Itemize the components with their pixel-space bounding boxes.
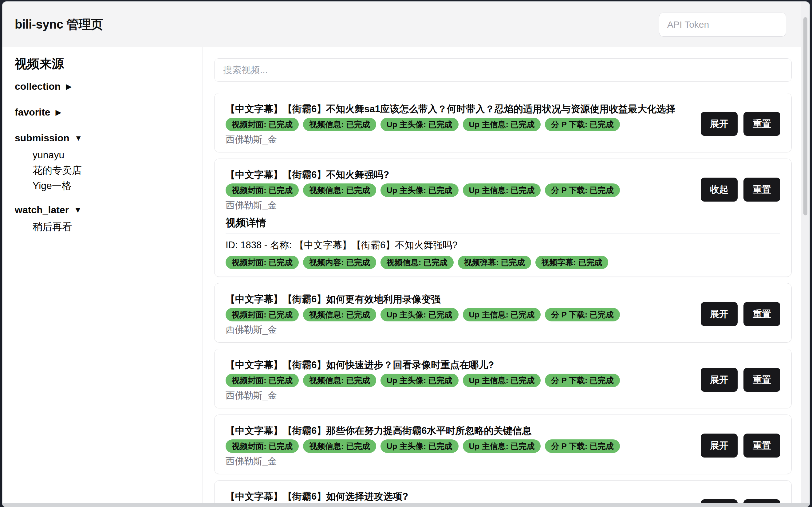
status-badge: 分 P 下载: 已完成 — [545, 118, 619, 131]
video-card-actions: 展开 重置 — [701, 112, 780, 136]
reset-button[interactable]: 重置 — [744, 434, 780, 457]
status-badge-row: 视频封面: 已完成视频信息: 已完成Up 主头像: 已完成Up 主信息: 已完成… — [226, 439, 693, 453]
sidebar-source-item[interactable]: 稍后再看 — [33, 221, 197, 233]
reset-button[interactable]: 重置 — [744, 499, 780, 503]
reset-button[interactable]: 重置 — [744, 178, 780, 202]
scrollbar[interactable] — [801, 2, 810, 503]
status-badge: Up 主头像: 已完成 — [380, 118, 458, 131]
status-badge: 分 P 下载: 已完成 — [545, 374, 619, 387]
status-badge-row: 视频封面: 已完成视频信息: 已完成Up 主头像: 已完成Up 主信息: 已完成… — [226, 374, 693, 387]
status-badge: Up 主信息: 已完成 — [463, 374, 541, 387]
tree-marker-icon: ▶ — [66, 82, 72, 91]
video-details: 视频详情 ID: 1838 - 名称: 【中文字幕】【街霸6】不知火舞强吗? 视… — [226, 217, 780, 269]
video-card-head: 【中文字幕】【街霸6】如何选择进攻选项? 视频封面: 已完成视频信息: 已完成U… — [226, 491, 780, 503]
status-badge: Up 主信息: 已完成 — [463, 183, 541, 197]
status-badge: 视频封面: 已完成 — [226, 118, 299, 131]
sidebar-source-group: collection ▶ — [15, 79, 197, 94]
detail-status-badge-row: 视频封面: 已完成视频内容: 已完成视频信息: 已完成视频弹幕: 已完成视频字幕… — [226, 256, 780, 269]
status-badge: Up 主信息: 已完成 — [463, 439, 541, 453]
sidebar: 视频来源 collection ▶ favorite ▶ submission … — [2, 47, 203, 503]
sidebar-source-group-toggle[interactable]: watch_later ▼ — [15, 203, 197, 217]
sidebar-source-group-toggle[interactable]: favorite ▶ — [15, 105, 197, 119]
sidebar-source-group: watch_later ▼ 稍后再看 — [15, 203, 197, 233]
status-badge: 视频封面: 已完成 — [226, 308, 299, 322]
video-author: 西佛勒斯_金 — [226, 390, 693, 401]
status-badge: Up 主信息: 已完成 — [463, 118, 541, 131]
status-badge: Up 主头像: 已完成 — [380, 308, 458, 322]
expand-toggle-button[interactable]: 收起 — [701, 178, 738, 202]
status-badge-row: 视频封面: 已完成视频信息: 已完成Up 主头像: 已完成Up 主信息: 已完成… — [226, 308, 693, 322]
video-title: 【中文字幕】【街霸6】如何选择进攻选项? — [226, 491, 693, 503]
sidebar-source-children: yunayu花的专卖店Yige一格 — [33, 149, 197, 191]
video-card-list: 【中文字幕】【街霸6】不知火舞sa1应该怎么带入？何时带入？忍焰的适用状况与资源… — [214, 93, 792, 503]
sidebar-source-group-label: collection — [15, 81, 63, 92]
window-bottom-edge — [2, 503, 810, 507]
video-card-actions: 收起 重置 — [701, 178, 780, 202]
video-card: 【中文字幕】【街霸6】不知火舞强吗? 视频封面: 已完成视频信息: 已完成Up … — [214, 159, 792, 277]
sidebar-source-group-toggle[interactable]: submission ▼ — [15, 131, 197, 145]
sidebar-source-item[interactable]: Yige一格 — [33, 180, 197, 191]
sidebar-source-group-label: submission — [15, 132, 72, 144]
status-badge-row: 视频封面: 已完成视频信息: 已完成Up 主头像: 已完成Up 主信息: 已完成… — [226, 118, 693, 131]
sidebar-source-group: favorite ▶ — [15, 105, 197, 119]
video-card-head: 【中文字幕】【街霸6】如何快速进步？回看录像时重点在哪儿? 视频封面: 已完成视… — [226, 359, 780, 401]
video-card-head: 【中文字幕】【街霸6】不知火舞强吗? 视频封面: 已完成视频信息: 已完成Up … — [226, 169, 780, 211]
content-area: 视频来源 collection ▶ favorite ▶ submission … — [2, 47, 810, 503]
reset-button[interactable]: 重置 — [744, 302, 780, 326]
video-title: 【中文字幕】【街霸6】不知火舞sa1应该怎么带入？何时带入？忍焰的适用状况与资源… — [226, 103, 693, 115]
status-badge: 视频封面: 已完成 — [226, 439, 299, 453]
video-card-actions: 展开 重置 — [701, 368, 780, 392]
status-badge: 分 P 下载: 已完成 — [545, 439, 619, 453]
video-card-head: 【中文字幕】【街霸6】那些你在努力提高街霸6水平时所忽略的关键信息 视频封面: … — [226, 425, 780, 466]
status-badge: Up 主信息: 已完成 — [463, 308, 541, 322]
expand-toggle-button[interactable]: 展开 — [701, 434, 738, 457]
video-card-info: 【中文字幕】【街霸6】如何更有效地利用录像变强 视频封面: 已完成视频信息: 已… — [226, 293, 693, 335]
tree-marker-icon: ▶ — [55, 108, 61, 116]
video-author: 西佛勒斯_金 — [226, 200, 693, 211]
status-badge: 视频信息: 已完成 — [303, 308, 376, 322]
expand-toggle-button[interactable]: 展开 — [701, 302, 738, 326]
scrollbar-thumb[interactable] — [803, 17, 807, 215]
sidebar-source-children: 稍后再看 — [33, 221, 197, 233]
page-title: bili-sync 管理页 — [15, 16, 103, 33]
video-card-info: 【中文字幕】【街霸6】不知火舞sa1应该怎么带入？何时带入？忍焰的适用状况与资源… — [226, 103, 693, 145]
video-card-info: 【中文字幕】【街霸6】如何选择进攻选项? 视频封面: 已完成视频信息: 已完成U… — [226, 491, 693, 503]
status-badge: Up 主头像: 已完成 — [380, 183, 458, 197]
status-badge: 视频内容: 已完成 — [303, 256, 376, 269]
video-card-actions: 展开 重置 — [701, 499, 780, 503]
video-card: 【中文字幕】【街霸6】那些你在努力提高街霸6水平时所忽略的关键信息 视频封面: … — [214, 414, 792, 474]
sidebar-source-item[interactable]: yunayu — [33, 149, 197, 161]
status-badge: 视频封面: 已完成 — [226, 374, 299, 387]
status-badge: 视频信息: 已完成 — [380, 256, 454, 269]
expand-toggle-button[interactable]: 展开 — [701, 112, 738, 136]
video-card: 【中文字幕】【街霸6】如何选择进攻选项? 视频封面: 已完成视频信息: 已完成U… — [214, 480, 792, 503]
expand-toggle-button[interactable]: 展开 — [701, 368, 738, 392]
app-window: bili-sync 管理页 视频来源 collection ▶ favorite… — [2, 2, 810, 507]
video-title: 【中文字幕】【街霸6】不知火舞强吗? — [226, 169, 693, 181]
status-badge: 视频封面: 已完成 — [226, 256, 299, 269]
video-card: 【中文字幕】【街霸6】如何快速进步？回看录像时重点在哪儿? 视频封面: 已完成视… — [214, 349, 792, 408]
video-details-info: ID: 1838 - 名称: 【中文字幕】【街霸6】不知火舞强吗? — [226, 239, 780, 251]
reset-button[interactable]: 重置 — [744, 368, 780, 392]
video-card-head: 【中文字幕】【街霸6】如何更有效地利用录像变强 视频封面: 已完成视频信息: 已… — [226, 293, 780, 335]
status-badge: 视频信息: 已完成 — [303, 374, 376, 387]
tree-marker-icon: ▼ — [74, 206, 82, 214]
sidebar-source-group-toggle[interactable]: collection ▶ — [15, 79, 197, 94]
status-badge: 视频信息: 已完成 — [303, 183, 376, 197]
video-list-panel: 【中文字幕】【街霸6】不知火舞sa1应该怎么带入？何时带入？忍焰的适用状况与资源… — [203, 47, 810, 503]
reset-button[interactable]: 重置 — [744, 112, 780, 136]
status-badge-row: 视频封面: 已完成视频信息: 已完成Up 主头像: 已完成Up 主信息: 已完成… — [226, 183, 693, 197]
status-badge: 视频封面: 已完成 — [226, 183, 299, 197]
video-author: 西佛勒斯_金 — [226, 456, 693, 466]
video-details-heading: 视频详情 — [226, 217, 780, 229]
status-badge: 分 P 下载: 已完成 — [545, 308, 619, 322]
video-author: 西佛勒斯_金 — [226, 134, 693, 145]
sidebar-source-item[interactable]: 花的专卖店 — [33, 164, 197, 176]
api-token-input[interactable] — [659, 13, 786, 37]
divider — [226, 233, 780, 234]
expand-toggle-button[interactable]: 展开 — [701, 499, 738, 503]
search-input[interactable] — [214, 58, 792, 82]
status-badge: 视频信息: 已完成 — [303, 439, 376, 453]
video-title: 【中文字幕】【街霸6】如何快速进步？回看录像时重点在哪儿? — [226, 359, 693, 371]
status-badge: Up 主头像: 已完成 — [380, 439, 458, 453]
